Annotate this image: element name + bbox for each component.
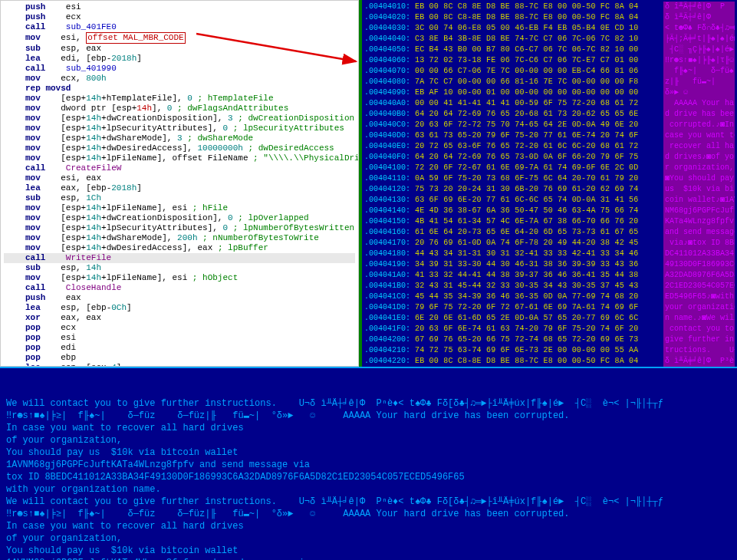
- disasm-line[interactable]: lea eax, [ebp-2018h]: [4, 183, 355, 193]
- hex-bytes: 7A 7C C7 00-00 00 66 81-16 7E 7C 00-00 0…: [415, 77, 662, 87]
- hex-addr: .00404050:: [364, 44, 415, 55]
- disasm-line[interactable]: call WriteFile: [4, 253, 355, 263]
- hex-ascii: recover all har: [663, 141, 735, 152]
- disasm-line[interactable]: push esi: [4, 2, 355, 12]
- hex-row[interactable]: .004040B0: 64 20 64 72-69 76 65 20-68 61…: [364, 109, 735, 120]
- disasm-line[interactable]: call sub_401FE0: [4, 22, 355, 32]
- hex-ascii: δ ì╨Ä┼╛ê|Φ: [663, 12, 735, 23]
- hex-row[interactable]: .004041D0: 79 6F 75 72-20 6F 72 67-61 6E…: [364, 302, 735, 313]
- hex-bytes: 63 6F 69 6E-20 77 61 6C-6C 65 74 0D-0A 3…: [415, 195, 662, 206]
- hex-row[interactable]: .00404210: 74 72 75 63-74 69 6F 6E-73 2E…: [364, 345, 735, 356]
- disasm-line[interactable]: call CreateFileW: [4, 163, 355, 173]
- disasm-line[interactable]: mov [esp+14h+lpFileName], esi ; hObject: [4, 273, 355, 283]
- hex-row[interactable]: .00404050: EC B4 43 B0 00 B7 80 C6-C7 06…: [364, 44, 735, 55]
- hex-ascii: contact you to: [663, 324, 735, 334]
- hex-row[interactable]: .00404130: 63 6F 69 6E-20 77 61 6C-6C 65…: [364, 195, 735, 206]
- ransom-line: 1AVNM68gj6PGPFcJuftKATa4WLnzg8fpfv and s…: [6, 557, 731, 560]
- disasm-line[interactable]: pop edi: [4, 343, 355, 353]
- disasm-line[interactable]: xor eax, eax: [4, 313, 355, 323]
- hex-row[interactable]: .00404140: 4E 4D 36 38-67 6A 36 50-47 50…: [364, 206, 735, 216]
- hex-bytes: 41 33 32 44-41 44 38 39-37 36 46 36-41 3…: [415, 270, 662, 281]
- hex-ascii: ◙You should pay: [663, 173, 735, 184]
- hex-row[interactable]: .00404070: 00 00 66 C7-06 7E 7C 00-00 00…: [364, 66, 735, 77]
- disasm-line[interactable]: mov [esp+14h+lpSecurityAttributes], 0 ; …: [4, 124, 355, 133]
- hex-bytes: 20 63 6F 6E-74 61 63 74-20 79 6F 75-20 7…: [415, 324, 662, 334]
- disasm-line[interactable]: mov [esp+14h+dwCreationDisposition], 0 ;…: [4, 213, 355, 223]
- hex-addr: .004040E0:: [364, 141, 415, 152]
- disasm-line[interactable]: mov [esp+14h+dwCreationDisposition], 3 ;…: [4, 114, 355, 124]
- hex-row[interactable]: .00404010: EB 00 8C C8 8E D8 BE 88-7C E8…: [364, 2, 735, 12]
- hex-row[interactable]: .00404110: 0A 59 6F 75-20 73 68 6F-75 6C…: [364, 173, 735, 184]
- disasm-line[interactable]: mov dword ptr [esp+14h], 0 ; dwFlagsAndA…: [4, 104, 355, 114]
- disasm-line[interactable]: mov ecx, 800h: [4, 74, 355, 84]
- hex-row[interactable]: .004041B0: 32 43 31 45-44 32 33 30-35 34…: [364, 281, 735, 292]
- hex-row[interactable]: .00404020: EB 00 8C C8-8E D8 BE 88-7C E8…: [364, 12, 735, 23]
- disasm-line[interactable]: sub esp, 1Ch: [4, 193, 355, 203]
- disasm-line[interactable]: pop esi: [4, 333, 355, 343]
- disasm-line[interactable]: sub esp, eax: [4, 44, 355, 54]
- ransom-line: with your organization name.: [6, 483, 731, 496]
- hex-row[interactable]: .00404190: 34 39 31 33-30 44 30 46-31 38…: [364, 259, 735, 270]
- hex-row[interactable]: .00404080: 7A 7C C7 00-00 00 66 81-16 7E…: [364, 77, 735, 87]
- hex-row[interactable]: .004040A0: 00 00 41 41-41 41 41 00-59 6F…: [364, 98, 735, 109]
- disasm-line[interactable]: push eax: [4, 293, 355, 303]
- disasm-line[interactable]: push ecx: [4, 12, 355, 22]
- disasm-line[interactable]: call CloseHandle: [4, 283, 355, 293]
- disasm-line[interactable]: mov [esp+14h+dwDesiredAccess], eax ; lpB…: [4, 243, 355, 253]
- hex-bytes: 00 00 41 41-41 41 41 00-59 6F 75 72-20 6…: [415, 98, 662, 109]
- disasm-line[interactable]: mov [esp+14h+dwShareMode], 3 ; dwShareMo…: [4, 133, 355, 143]
- hex-row[interactable]: .00404030: 3C 00 74 06-E8 05 00 46-EB F4…: [364, 23, 735, 34]
- hex-row[interactable]: .00404220: EB 00 8C C8-8E D8 BE 88-7C E8…: [364, 356, 735, 367]
- disasm-line[interactable]: call sub_401990: [4, 64, 355, 74]
- disasm-line[interactable]: mov [esp+14h+lpSecurityAttributes], 0 ; …: [4, 223, 355, 233]
- hex-row[interactable]: .00404090: EB AF 10 00-00 01 00 00-00 00…: [364, 87, 735, 98]
- hex-row[interactable]: .00404120: 75 73 20 20-24 31 30 6B-20 76…: [364, 184, 735, 195]
- ransom-line: tox ID 8BEDC411012A33BA34F49130D0F186993…: [6, 471, 731, 483]
- disasm-line[interactable]: mov [esp+14h+dwShareMode], 200h ; nNumbe…: [4, 233, 355, 243]
- hex-ascii: via♪◙tox ID 8BE: [663, 238, 735, 249]
- hex-addr: .00404040:: [364, 34, 415, 44]
- hex-row[interactable]: .004041C0: 45 44 35 34-39 36 46 36-35 0D…: [364, 292, 735, 302]
- disasm-line[interactable]: lea esp, [ebp-0Ch]: [4, 303, 355, 313]
- hex-ascii: δ î╨Ä┼╛ê|Φ P: [663, 2, 735, 12]
- hex-addr: .00404090:: [364, 87, 415, 98]
- hex-row[interactable]: .004040E0: 20 72 65 63-6F 76 65 72-20 61…: [364, 141, 735, 152]
- hex-addr: .00404190:: [364, 259, 415, 270]
- hex-row[interactable]: .00404180: 44 43 34 31-31 30 31 32-41 33…: [364, 249, 735, 259]
- hex-row[interactable]: .004040D0: 63 61 73 65-20 79 6F 75-20 77…: [364, 130, 735, 141]
- disasm-line[interactable]: mov [esp+14h+lpFileName], esi ; hFile: [4, 203, 355, 213]
- hex-addr: .00404170:: [364, 238, 415, 249]
- ransom-line: ‼r☻s↑■♠|╞≥| f╟♠~| δ─füz δ─füz|╟ fü▬~| °δ…: [6, 508, 731, 520]
- disasm-line[interactable]: lea esp, [ecx-4]: [4, 363, 355, 367]
- disasm-line[interactable]: mov [esp+14h+dwDesiredAccess], 10000000h…: [4, 143, 355, 153]
- hex-row[interactable]: .00404150: 4B 41 54 61-34 57 4C 6E-7A 67…: [364, 216, 735, 227]
- disasm-line[interactable]: pop ebp: [4, 353, 355, 363]
- hex-row[interactable]: .00404060: 13 72 02 73-18 FE 06 7C-C6 C7…: [364, 55, 735, 66]
- hex-dump-pane[interactable]: .00404010: EB 00 8C C8 8E D8 BE 88-7C E8…: [359, 0, 737, 367]
- disasm-line[interactable]: sub esp, 14h: [4, 263, 355, 273]
- disasm-line[interactable]: mov esi, eax: [4, 173, 355, 183]
- hex-row[interactable]: .00404100: 72 20 6F 72-67 61 6E 69-7A 61…: [364, 163, 735, 173]
- hex-bytes: 74 72 75 63-74 69 6F 6E-73 2E 00 00-00 0…: [415, 345, 662, 356]
- hex-row[interactable]: .004040C0: 20 63 6F 72-72 75 70 74-65 64…: [364, 120, 735, 130]
- hex-row[interactable]: .00404040: C3 8E B4 3B-8E D8 BE 74-7C C7…: [364, 34, 735, 44]
- hex-ascii: 2C1ED23054C057EC: [663, 281, 735, 292]
- hex-addr: .00404140:: [364, 206, 415, 216]
- disasm-line[interactable]: mov [esp+14h+lpFileName], offset FileNam…: [4, 153, 355, 163]
- hex-addr: .004041B0:: [364, 281, 415, 292]
- disasm-line[interactable]: mov esi, offset MAL_MBR_CODE: [4, 32, 355, 44]
- disasm-line[interactable]: pop ecx: [4, 323, 355, 333]
- disasm-line[interactable]: lea edi, [ebp-2018h]: [4, 54, 355, 64]
- hex-row[interactable]: .00404160: 61 6E 64 20-73 65 6E 64-20 6D…: [364, 227, 735, 238]
- hex-ascii: r organization,♪: [663, 163, 735, 173]
- hex-row[interactable]: .004041F0: 20 63 6F 6E-74 61 63 74-20 79…: [364, 324, 735, 334]
- hex-row[interactable]: .004041E0: 6E 20 6E 61-6D 65 2E 0D-0A 57…: [364, 313, 735, 324]
- disasm-line[interactable]: mov [esp+14h+hTemplateFile], 0 ; hTempla…: [4, 94, 355, 104]
- hex-row[interactable]: .00404200: 67 69 76 65-20 66 75 72-74 68…: [364, 334, 735, 345]
- hex-row[interactable]: .004040F0: 64 20 64 72-69 76 65 73-0D 0A…: [364, 152, 735, 163]
- hex-row[interactable]: .004041A0: 41 33 32 44-41 44 38 39-37 36…: [364, 270, 735, 281]
- disasm-line[interactable]: rep movsd: [4, 84, 355, 94]
- hex-row[interactable]: .00404170: 20 76 69 61-0D 0A 74 6F-78 20…: [364, 238, 735, 249]
- hex-bytes: EB 00 8C C8 8E D8 BE 88-7C E8 00 00-50 F…: [415, 2, 662, 12]
- disassembly-pane[interactable]: push esipush ecxcall sub_401FE0mov esi, …: [0, 0, 359, 367]
